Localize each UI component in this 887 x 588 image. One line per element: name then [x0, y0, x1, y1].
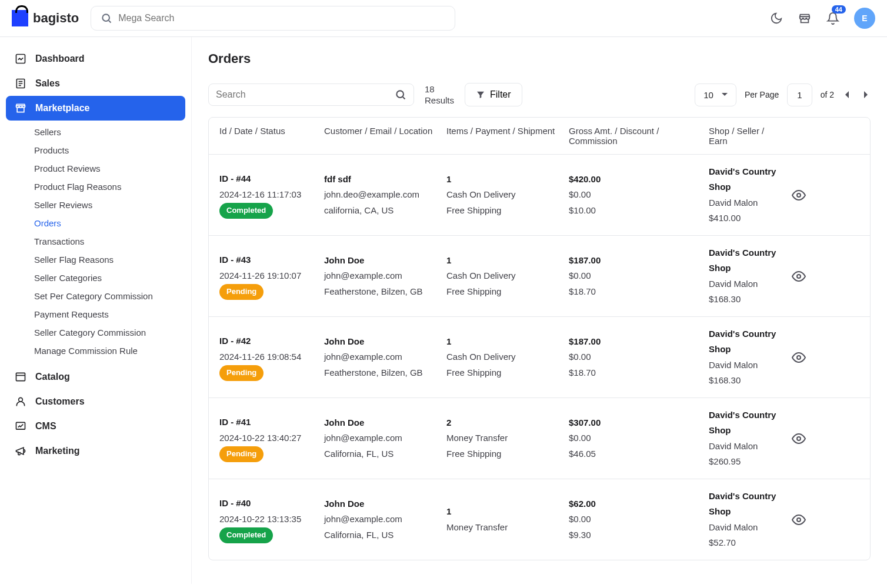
nav-customers[interactable]: Customers — [6, 389, 185, 414]
subnav-product-reviews[interactable]: Product Reviews — [6, 159, 185, 178]
page-total: of 2 — [821, 90, 834, 99]
subnav-set-per-category-commission[interactable]: Set Per Category Commission — [6, 287, 185, 305]
status-badge: Pending — [219, 284, 264, 300]
nav-catalog[interactable]: Catalog — [6, 365, 185, 389]
table-search[interactable] — [208, 83, 414, 106]
bag-icon — [12, 10, 28, 26]
cell-items: 2Money TransferFree Shipping — [446, 415, 564, 462]
table-row: ID - #422024-11-26 19:08:54PendingJohn D… — [209, 317, 870, 398]
nav-label: Sales — [35, 78, 60, 89]
dashboard-icon — [14, 52, 27, 65]
subnav-products[interactable]: Products — [6, 141, 185, 159]
nav-marketplace[interactable]: Marketplace — [6, 96, 185, 121]
col-customer[interactable]: Customer / Email / Location — [324, 126, 442, 146]
col-amounts[interactable]: Gross Amt. / Discount / Commission — [569, 126, 704, 146]
svg-point-6 — [396, 91, 404, 98]
marketing-icon — [14, 445, 27, 457]
subnav-sellers[interactable]: Sellers — [6, 123, 185, 141]
toolbar: 18Results Filter 10 Per Page 1 of 2 — [208, 83, 871, 106]
dark-mode-toggle[interactable] — [769, 11, 783, 25]
cell-id: ID - #442024-12-16 11:17:03Completed — [219, 171, 319, 218]
customers-icon — [14, 395, 27, 408]
prev-page-button[interactable] — [842, 89, 853, 101]
cell-amounts: $307.00$0.00$46.05 — [569, 415, 704, 462]
svg-point-7 — [797, 193, 801, 197]
subnav-seller-flag-reasons[interactable]: Seller Flag Reasons — [6, 250, 185, 269]
cell-id: ID - #412024-10-22 13:40:27Pending — [219, 415, 319, 462]
subnav-seller-reviews[interactable]: Seller Reviews — [6, 196, 185, 214]
nav-sales[interactable]: Sales — [6, 71, 185, 96]
table-row: ID - #402024-10-22 13:13:35CompletedJohn… — [209, 479, 870, 560]
subnav-manage-commission-rule[interactable]: Manage Commission Rule — [6, 342, 185, 360]
subnav-transactions[interactable]: Transactions — [6, 232, 185, 250]
header: bagisto 44 E — [0, 0, 887, 37]
mega-search[interactable] — [91, 6, 455, 31]
view-order-button[interactable] — [792, 269, 806, 283]
cell-amounts: $187.00$0.00$18.70 — [569, 334, 704, 380]
store-icon[interactable] — [798, 11, 812, 25]
col-shop[interactable]: Shop / Seller / Earn — [709, 126, 779, 146]
svg-point-0 — [103, 14, 110, 21]
sidebar: Dashboard Sales Marketplace Sellers Prod… — [0, 37, 192, 584]
table-search-input[interactable] — [216, 89, 395, 100]
subnav-orders[interactable]: Orders — [6, 214, 185, 232]
nav-cms[interactable]: CMS — [6, 414, 185, 439]
view-order-button[interactable] — [792, 350, 806, 365]
header-actions: 44 E — [769, 8, 875, 29]
notifications-button[interactable]: 44 — [826, 11, 840, 25]
cell-shop: David's Country ShopDavid Malon$168.30 — [709, 326, 779, 388]
view-order-button[interactable] — [792, 432, 806, 446]
svg-rect-5 — [16, 422, 25, 429]
nav-marketing[interactable]: Marketing — [6, 439, 185, 463]
svg-point-9 — [797, 356, 801, 359]
subnav-payment-requests[interactable]: Payment Requests — [6, 305, 185, 323]
search-icon — [101, 12, 112, 24]
eye-icon — [792, 432, 806, 446]
cell-shop: David's Country ShopDavid Malon$52.70 — [709, 489, 779, 550]
col-items[interactable]: Items / Payment / Shipment — [446, 126, 564, 146]
subnav-seller-category-commission[interactable]: Seller Category Commission — [6, 323, 185, 342]
cell-customer: John Doejohn@example.comFeatherstone, Bi… — [324, 253, 442, 299]
nav-label: Dashboard — [35, 54, 85, 64]
next-page-button[interactable] — [860, 89, 871, 101]
svg-point-10 — [797, 437, 801, 440]
cell-id: ID - #422024-11-26 19:08:54Pending — [219, 333, 319, 380]
results-count: 18Results — [425, 83, 454, 106]
view-order-button[interactable] — [792, 513, 806, 527]
avatar-initial: E — [862, 14, 867, 23]
page-current[interactable]: 1 — [787, 83, 812, 106]
eye-icon — [792, 350, 806, 365]
col-id-date-status[interactable]: Id / Date / Status — [219, 126, 319, 146]
mega-search-input[interactable] — [118, 13, 445, 24]
svg-point-8 — [797, 275, 801, 278]
per-page-select[interactable]: 10 — [695, 83, 736, 106]
svg-point-11 — [797, 518, 801, 522]
page-title: Orders — [208, 51, 871, 66]
table-row: ID - #442024-12-16 11:17:03Completedfdf … — [209, 155, 870, 236]
per-page-value: 10 — [703, 90, 713, 100]
cell-shop: David's Country ShopDavid Malon$410.00 — [709, 164, 779, 226]
cell-customer: John Doejohn@example.comFeatherstone, Bi… — [324, 334, 442, 380]
eye-icon — [792, 513, 806, 527]
status-badge: Pending — [219, 446, 264, 462]
nav-label: Marketing — [35, 446, 80, 456]
cell-customer: John Doejohn@example.comCalifornia, FL, … — [324, 415, 442, 462]
table-row: ID - #412024-10-22 13:40:27PendingJohn D… — [209, 398, 870, 479]
subnav-product-flag-reasons[interactable]: Product Flag Reasons — [6, 178, 185, 196]
nav-label: CMS — [35, 421, 56, 432]
nav-dashboard[interactable]: Dashboard — [6, 46, 185, 71]
cell-customer: fdf sdfjohn.deo@example.comcalifornia, C… — [324, 172, 442, 218]
cell-id: ID - #402024-10-22 13:13:35Completed — [219, 496, 319, 543]
subnav-seller-categories[interactable]: Seller Categories — [6, 269, 185, 287]
nav-label: Catalog — [35, 372, 70, 382]
cell-shop: David's Country ShopDavid Malon$260.95 — [709, 407, 779, 469]
table-row: ID - #432024-11-26 19:10:07PendingJohn D… — [209, 236, 870, 317]
user-avatar[interactable]: E — [854, 8, 875, 29]
cell-items: 1Cash On DeliveryFree Shipping — [446, 172, 564, 218]
cell-customer: John Doejohn@example.comCalifornia, FL, … — [324, 496, 442, 543]
brand-logo[interactable]: bagisto — [12, 10, 79, 26]
cell-amounts: $420.00$0.00$10.00 — [569, 172, 704, 218]
filter-button[interactable]: Filter — [465, 83, 522, 106]
view-order-button[interactable] — [792, 188, 806, 202]
table-header: Id / Date / Status Customer / Email / Lo… — [209, 118, 870, 155]
